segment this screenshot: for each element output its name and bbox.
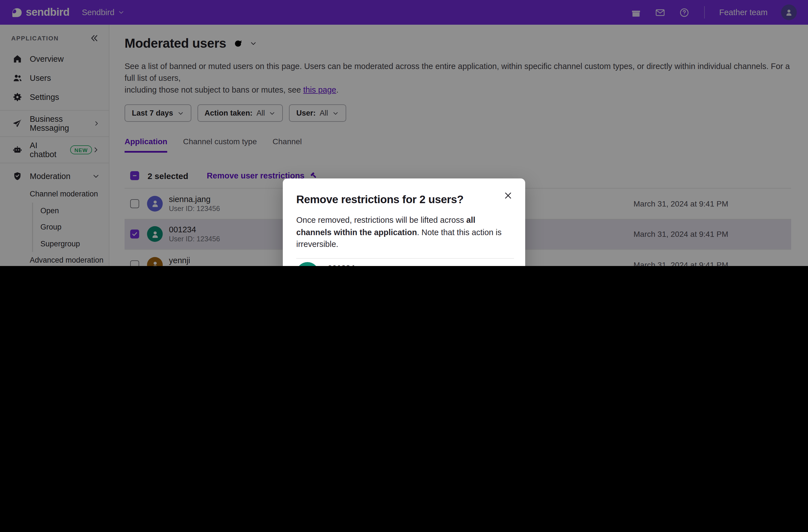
avatar <box>296 262 319 266</box>
modal-title: Remove restrictions for 2 users? <box>296 193 514 206</box>
dashboard-root: sendbird Sendbird Feather team APPLICATI… <box>0 0 808 266</box>
modal-user-list: 001234 User ID: 123456 Banned permanentl… <box>296 258 514 266</box>
remove-restrictions-modal: Remove restrictions for 2 users? Once re… <box>283 179 525 266</box>
close-icon[interactable] <box>503 191 513 200</box>
modal-body: Once removed, restrictions will be lifte… <box>296 214 514 251</box>
user-name: 001234 <box>328 264 403 266</box>
modal-user-row: 001234 User ID: 123456 Banned permanentl… <box>296 258 514 266</box>
